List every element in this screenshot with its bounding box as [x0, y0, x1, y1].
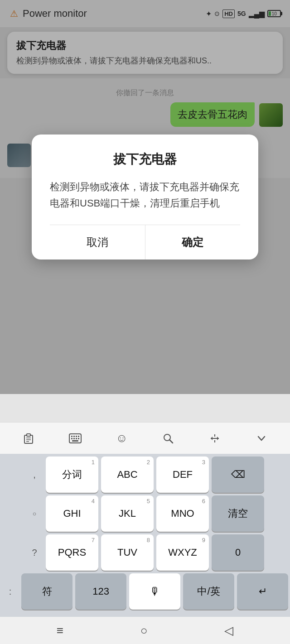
modal-title: 拔下充电器 — [50, 151, 240, 168]
search-icon[interactable] — [158, 428, 178, 448]
key-6-mno[interactable]: 6 MNO — [156, 495, 209, 532]
key-3-def[interactable]: 3 DEF — [156, 457, 209, 493]
clipboard-icon[interactable] — [19, 428, 39, 448]
key-9-wxyz[interactable]: 9 WXYZ — [156, 534, 209, 571]
svg-marker-19 — [211, 437, 213, 440]
key-7-pqrs[interactable]: 7 PQRS — [46, 534, 98, 571]
key-8-tuv[interactable]: 8 TUV — [101, 534, 154, 571]
nav-menu-icon[interactable]: ≡ — [57, 624, 63, 638]
key-2-abc[interactable]: 2 ABC — [101, 457, 154, 493]
key-symbol[interactable]: 符 — [21, 573, 72, 610]
svg-rect-14 — [72, 440, 78, 442]
svg-rect-11 — [73, 438, 75, 439]
bottom-area: ☺ , — [0, 422, 290, 644]
key-colon[interactable]: : — [2, 573, 19, 610]
keyboard-row-3: ? 7 PQRS 8 TUV 9 WXYZ 0 — [2, 534, 288, 571]
key-space-mic[interactable]: 🎙 — [129, 573, 180, 610]
nav-home-icon[interactable]: ○ — [140, 624, 148, 638]
svg-rect-13 — [78, 438, 79, 439]
svg-rect-9 — [78, 436, 79, 437]
cancel-button[interactable]: 取消 — [50, 225, 145, 260]
svg-rect-12 — [76, 438, 77, 439]
input-toolbar: ☺ — [0, 422, 290, 454]
svg-rect-6 — [71, 436, 72, 437]
nav-bar: ≡ ○ ◁ — [0, 617, 290, 644]
key-enter[interactable]: ↵ — [237, 573, 288, 610]
svg-line-16 — [169, 440, 173, 443]
svg-rect-10 — [71, 438, 72, 439]
key-clear[interactable]: 清空 — [212, 495, 264, 532]
key-circle[interactable]: ○ — [26, 495, 43, 532]
key-comma[interactable]: , — [26, 457, 43, 493]
modal-dialog: 拔下充电器 检测到异物或液体，请拔下充电器并确保充电器和USB端口干燥，清理后重… — [32, 135, 258, 259]
svg-rect-1 — [27, 434, 30, 436]
svg-rect-8 — [76, 436, 77, 437]
emoji-icon[interactable]: ☺ — [112, 428, 132, 448]
key-lang-switch[interactable]: 中/英 — [183, 573, 234, 610]
svg-rect-7 — [73, 436, 75, 437]
keyboard: , 1 分词 2 ABC 3 DEF ⌫ ○ 4 — [0, 454, 290, 617]
keyboard-row-4: : 符 123 🎙 中/英 ↵ — [2, 573, 288, 610]
nav-back-icon[interactable]: ◁ — [224, 624, 233, 638]
key-1-fenCi[interactable]: 1 分词 — [46, 457, 98, 493]
keyboard-row-2: ○ 4 GHI 5 JKL 6 MNO 清空 — [2, 495, 288, 532]
modal-buttons: 取消 确定 — [50, 225, 240, 260]
key-0[interactable]: 0 — [212, 534, 264, 571]
confirm-button[interactable]: 确定 — [145, 225, 241, 260]
key-5-jkl[interactable]: 5 JKL — [101, 495, 154, 532]
key-question[interactable]: ? — [26, 534, 43, 571]
keyboard-row-1: , 1 分词 2 ABC 3 DEF ⌫ — [2, 457, 288, 493]
chevron-down-icon[interactable] — [251, 428, 271, 448]
key-123[interactable]: 123 — [75, 573, 126, 610]
key-delete[interactable]: ⌫ — [212, 457, 264, 493]
svg-marker-18 — [217, 437, 219, 440]
cursor-icon[interactable] — [205, 428, 225, 448]
modal-overlay: 拔下充电器 检测到异物或液体，请拔下充电器并确保充电器和USB端口干燥，清理后重… — [0, 0, 290, 394]
key-4-ghi[interactable]: 4 GHI — [46, 495, 98, 532]
keyboard-icon[interactable] — [65, 428, 85, 448]
modal-content: 检测到异物或液体，请拔下充电器并确保充电器和USB端口干燥，清理后重启手机 — [50, 179, 240, 211]
